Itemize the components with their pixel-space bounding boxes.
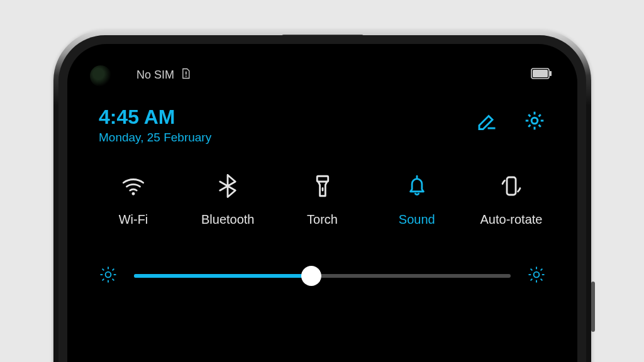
- svg-rect-0: [186, 71, 187, 74]
- gear-icon[interactable]: [523, 109, 546, 134]
- screen: No SIM 4:45 AM Monday, 25 February: [67, 44, 577, 362]
- qs-tiles: Wi-Fi Bluetooth Torch: [86, 170, 558, 227]
- bell-icon: [370, 170, 464, 202]
- qs-header: 4:45 AM Monday, 25 February: [99, 107, 546, 145]
- tile-auto-rotate[interactable]: Auto-rotate: [464, 170, 558, 227]
- bluetooth-icon: [180, 170, 275, 202]
- svg-line-16: [103, 269, 104, 271]
- brightness-thumb[interactable]: [301, 266, 321, 286]
- sim-status: No SIM: [136, 67, 192, 83]
- svg-point-11: [106, 272, 111, 278]
- svg-rect-10: [507, 177, 516, 195]
- svg-line-26: [541, 279, 543, 281]
- tile-label: Torch: [275, 212, 370, 227]
- wifi-icon: [86, 170, 180, 202]
- svg-point-5: [531, 118, 538, 124]
- svg-point-20: [534, 272, 540, 278]
- edit-icon[interactable]: [475, 109, 498, 134]
- tile-label: Wi-Fi: [86, 212, 180, 227]
- svg-rect-1: [186, 75, 187, 77]
- svg-line-27: [531, 279, 533, 281]
- flashlight-icon: [275, 170, 370, 202]
- status-bar: No SIM: [67, 65, 577, 84]
- svg-line-25: [531, 269, 533, 271]
- tile-sound[interactable]: Sound: [370, 170, 464, 227]
- svg-line-19: [113, 269, 114, 271]
- svg-line-17: [113, 279, 114, 281]
- clock-date: Monday, 25 February: [99, 131, 211, 145]
- tile-label: Sound: [370, 212, 464, 227]
- svg-rect-4: [533, 70, 548, 77]
- sim-text: No SIM: [136, 69, 174, 82]
- svg-point-6: [132, 192, 135, 195]
- tile-bluetooth[interactable]: Bluetooth: [180, 170, 275, 227]
- battery-icon: [531, 68, 552, 82]
- brightness-high-icon: [527, 265, 546, 287]
- svg-line-18: [103, 279, 104, 281]
- tile-label: Auto-rotate: [464, 212, 558, 227]
- brightness-fill: [134, 274, 311, 278]
- svg-line-28: [541, 269, 543, 271]
- brightness-slider[interactable]: [134, 274, 511, 278]
- auto-rotate-icon: [464, 170, 558, 202]
- svg-rect-7: [317, 176, 328, 182]
- clock-block[interactable]: 4:45 AM Monday, 25 February: [99, 107, 211, 145]
- brightness-low-icon: [99, 265, 118, 287]
- tile-torch[interactable]: Torch: [275, 170, 370, 227]
- power-button: [591, 282, 595, 332]
- clock-time: 4:45 AM: [99, 107, 211, 127]
- tile-label: Bluetooth: [180, 212, 275, 227]
- phone-frame: No SIM 4:45 AM Monday, 25 February: [53, 30, 591, 362]
- svg-rect-3: [550, 71, 552, 76]
- sim-alert-icon: [179, 67, 192, 83]
- tile-wifi[interactable]: Wi-Fi: [86, 170, 180, 227]
- brightness-row: [99, 265, 546, 287]
